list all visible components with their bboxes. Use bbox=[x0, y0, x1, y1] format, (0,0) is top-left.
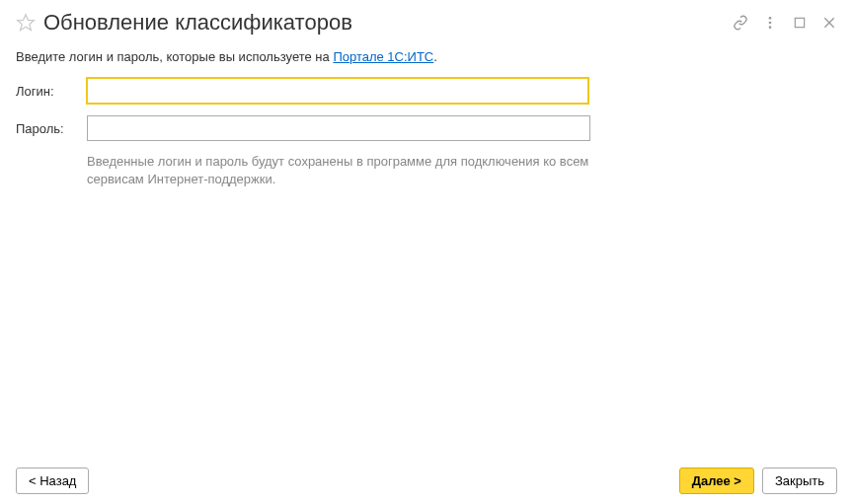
svg-rect-4 bbox=[795, 18, 804, 27]
svg-point-2 bbox=[769, 22, 772, 25]
portal-link[interactable]: Портале 1С:ИТС bbox=[333, 49, 433, 64]
hint-text: Введенные логин и пароль будут сохранены… bbox=[87, 153, 590, 187]
window-header: Обновление классификаторов bbox=[0, 0, 853, 49]
login-label: Логин: bbox=[16, 84, 87, 99]
close-icon[interactable] bbox=[821, 15, 837, 31]
intro-text: Введите логин и пароль, которые вы испол… bbox=[16, 49, 837, 64]
login-row: Логин: bbox=[16, 78, 837, 104]
password-input[interactable] bbox=[87, 115, 590, 141]
password-label: Пароль: bbox=[16, 121, 87, 136]
window-controls bbox=[733, 15, 837, 31]
intro-suffix: . bbox=[433, 49, 437, 64]
favorite-star-icon[interactable] bbox=[16, 13, 36, 33]
footer-bar: < Назад Далее > Закрыть bbox=[16, 468, 837, 494]
svg-point-1 bbox=[769, 17, 772, 20]
page-title: Обновление классификаторов bbox=[43, 10, 733, 36]
password-row: Пароль: bbox=[16, 115, 837, 141]
more-icon[interactable] bbox=[762, 15, 778, 31]
content-area: Введите логин и пароль, которые вы испол… bbox=[0, 49, 853, 187]
footer-right-group: Далее > Закрыть bbox=[679, 468, 837, 494]
maximize-icon[interactable] bbox=[792, 15, 808, 31]
login-input[interactable] bbox=[86, 77, 589, 105]
svg-point-3 bbox=[769, 26, 772, 29]
back-button[interactable]: < Назад bbox=[16, 468, 89, 494]
svg-marker-0 bbox=[18, 15, 35, 31]
intro-prefix: Введите логин и пароль, которые вы испол… bbox=[16, 49, 333, 64]
close-button[interactable]: Закрыть bbox=[762, 468, 837, 494]
link-icon[interactable] bbox=[733, 15, 748, 31]
next-button[interactable]: Далее > bbox=[679, 468, 754, 494]
